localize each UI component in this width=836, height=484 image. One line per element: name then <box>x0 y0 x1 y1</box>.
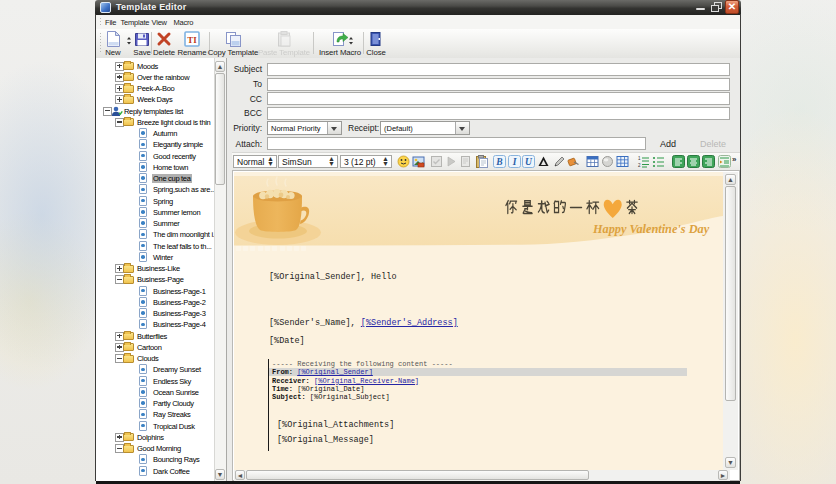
svg-text:I: I <box>512 157 517 167</box>
svg-text:1: 1 <box>638 156 641 161</box>
svg-text:U: U <box>525 157 533 167</box>
svg-text:2: 2 <box>638 163 641 168</box>
svg-text:B: B <box>495 157 502 167</box>
svg-text:TI: TI <box>187 35 197 45</box>
